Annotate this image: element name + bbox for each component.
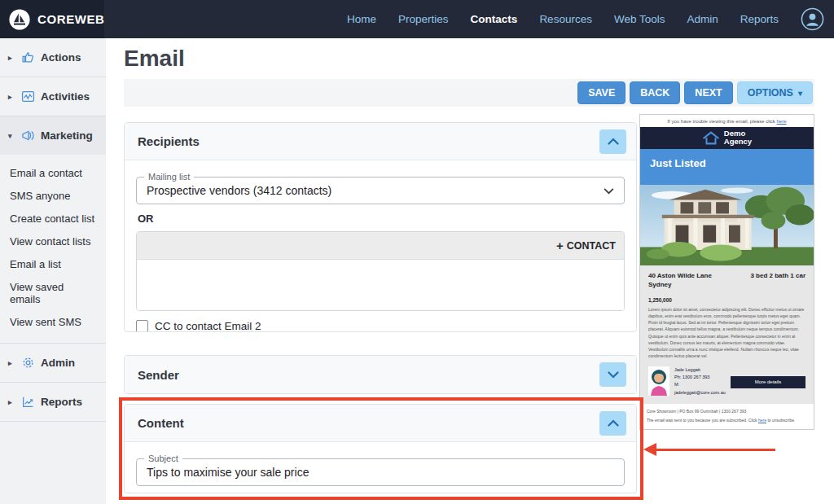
nav-item-properties[interactable]: Properties xyxy=(398,13,449,25)
next-button[interactable]: NEXT xyxy=(684,81,732,104)
recipients-header[interactable]: Recipients xyxy=(125,123,636,160)
caret-right-icon: ▸ xyxy=(8,359,15,367)
agent-name: Jade Leggatt xyxy=(674,366,726,374)
nav-item-resources[interactable]: Resources xyxy=(539,13,592,25)
sender-expand-button[interactable] xyxy=(599,362,626,387)
sender-title: Sender xyxy=(138,368,179,382)
top-navbar: COREWEB Home Properties Contacts Resourc… xyxy=(0,0,834,38)
preview-trouble-link[interactable]: here xyxy=(777,119,787,124)
sidebar-item-email-a-contact[interactable]: Email a contact xyxy=(0,161,106,184)
agent-email[interactable]: jadeleggatt@core.com.au xyxy=(674,389,726,397)
sidebar-item-view-saved-emails[interactable]: View saved emails xyxy=(0,275,106,310)
action-toolbar: SAVE BACK NEXT OPTIONS ▾ xyxy=(124,79,814,107)
cc-checkbox-label: CC to contact Email 2 xyxy=(155,320,261,332)
subject-label: Subject xyxy=(144,454,182,463)
add-contact-button[interactable]: + CONTACT xyxy=(556,239,616,252)
property-address-line1: 40 Aston Wilde Lane xyxy=(648,272,712,281)
mailing-list-label: Mailing list xyxy=(144,172,194,182)
sidebar-item-view-contact-lists[interactable]: View contact lists xyxy=(0,230,106,252)
agent-block: Jade Leggatt Ph: 1300 267 393 M: jadeleg… xyxy=(648,366,805,397)
save-button[interactable]: SAVE xyxy=(577,81,626,104)
email-preview-panel: If you have trouble viewing this email, … xyxy=(639,114,814,430)
agent-info: Jade Leggatt Ph: 1300 267 393 M: jadeleg… xyxy=(674,366,726,397)
content-section: Content Subject xyxy=(124,404,637,493)
sidebar-section-reports[interactable]: ▸ Reports xyxy=(0,383,106,421)
preview-trouble-text: If you have trouble viewing this email, … xyxy=(667,119,776,124)
caret-right-icon: ▸ xyxy=(8,93,15,101)
property-address: 40 Aston Wilde Lane Sydney xyxy=(648,272,712,290)
sender-section: Sender xyxy=(124,355,637,394)
recipients-title: Recipients xyxy=(138,134,200,148)
preview-unsubscribe-link[interactable]: here xyxy=(758,418,766,423)
sidebar-section-actions[interactable]: ▸ Actions xyxy=(0,38,106,77)
sidebar-item-sms-anyone[interactable]: SMS anyone xyxy=(0,184,106,207)
recipients-section: Recipients Mailing list Prospective vend… xyxy=(124,122,637,332)
preview-banner: Just Listed xyxy=(640,149,814,185)
sidebar-section-label: Actions xyxy=(41,51,81,64)
plus-icon: + xyxy=(556,239,564,252)
content-collapse-button[interactable] xyxy=(599,411,626,436)
brand-name: COREWEB xyxy=(37,12,105,26)
sidebar-section-activities[interactable]: ▸ Activities xyxy=(0,77,106,116)
caret-right-icon: ▸ xyxy=(8,54,15,62)
agent-mobile: M: xyxy=(674,381,726,388)
sidebar: ▸ Actions ▸ Activities ▾ Marketing Email… xyxy=(0,38,106,504)
recipients-body: Mailing list Prospective vendors (3412 c… xyxy=(125,160,636,332)
nav-item-admin[interactable]: Admin xyxy=(687,13,718,25)
annotation-arrow-line xyxy=(655,449,775,451)
user-avatar-icon[interactable] xyxy=(801,7,824,31)
nav-menu: Home Properties Contacts Resources Web T… xyxy=(347,7,834,31)
agency-name: Demo Agency xyxy=(724,129,752,146)
property-photo xyxy=(640,185,814,265)
agency-name-line2: Agency xyxy=(724,138,752,146)
add-contact-label: CONTACT xyxy=(567,240,616,252)
caret-down-icon: ▾ xyxy=(798,89,802,98)
cc-checkbox-row: CC to contact Email 2 xyxy=(136,320,625,332)
page-title: Email xyxy=(124,46,185,72)
line-chart-icon xyxy=(21,395,35,409)
property-address-line2: Sydney xyxy=(648,281,712,290)
gear-icon xyxy=(21,356,35,370)
coreweb-logo-icon xyxy=(8,8,31,31)
sidebar-item-view-sent-sms[interactable]: View sent SMS xyxy=(0,310,106,333)
preview-footer-sub-post: to unsubscribe. xyxy=(766,418,795,423)
preview-agency-header: Demo Agency xyxy=(640,127,814,149)
recipients-collapse-button[interactable] xyxy=(599,129,626,154)
more-details-button[interactable]: More details xyxy=(731,376,805,388)
mailing-list-select[interactable]: Mailing list Prospective vendors (3412 c… xyxy=(136,177,625,204)
cc-checkbox[interactable] xyxy=(136,320,148,332)
manual-contacts-list[interactable] xyxy=(137,260,624,310)
content-header[interactable]: Content xyxy=(125,405,636,442)
preview-footer-address: Core Showroom | PO Box 99 Ourimbah | 130… xyxy=(647,409,807,414)
caret-right-icon: ▸ xyxy=(8,398,15,406)
property-description: Lorem ipsum dolor sit amet, consectetur … xyxy=(648,306,805,360)
chevron-down-icon xyxy=(604,183,614,198)
preview-trouble-line: If you have trouble viewing this email, … xyxy=(640,115,814,127)
brand-logo[interactable]: COREWEB xyxy=(0,0,104,38)
chevron-up-icon xyxy=(608,419,619,427)
sidebar-section-label: Activities xyxy=(41,90,90,103)
options-button-label: OPTIONS xyxy=(748,87,793,99)
options-button[interactable]: OPTIONS ▾ xyxy=(737,81,813,104)
sidebar-item-email-a-list[interactable]: Email a list xyxy=(0,252,106,275)
sidebar-section-label: Marketing xyxy=(41,129,93,142)
nav-item-home[interactable]: Home xyxy=(347,13,376,25)
nav-item-contacts[interactable]: Contacts xyxy=(471,13,518,25)
sidebar-section-admin[interactable]: ▸ Admin xyxy=(0,344,106,382)
back-button[interactable]: BACK xyxy=(630,81,680,104)
agent-phone: Ph: 1300 267 393 xyxy=(674,374,726,381)
agent-photo xyxy=(648,366,669,396)
sidebar-divider xyxy=(0,421,106,422)
nav-item-reports[interactable]: Reports xyxy=(740,13,779,25)
chevron-up-icon xyxy=(608,138,619,145)
property-top-row: 40 Aston Wilde Lane Sydney 3 bed 2 bath … xyxy=(648,272,805,290)
marketing-submenu: Email a contact SMS anyone Create contac… xyxy=(0,155,106,343)
sender-header[interactable]: Sender xyxy=(125,356,636,393)
nav-item-web-tools[interactable]: Web Tools xyxy=(614,13,665,25)
sidebar-section-marketing[interactable]: ▾ Marketing xyxy=(0,116,106,155)
property-specs: 3 bed 2 bath 1 car xyxy=(750,272,805,290)
preview-footer-subscription: The email was sent to you because you ar… xyxy=(647,418,807,423)
sidebar-item-create-contact-list[interactable]: Create contact list xyxy=(0,207,106,230)
sidebar-section-label: Admin xyxy=(41,357,75,369)
subject-input[interactable] xyxy=(147,466,614,479)
